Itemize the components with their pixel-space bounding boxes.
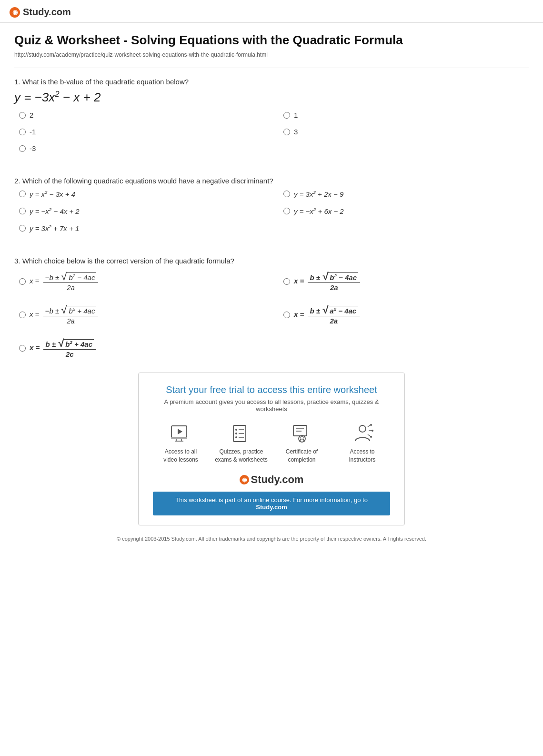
page-title: Quiz & Worksheet - Solving Equations wit…: [14, 32, 529, 49]
q1-option-2[interactable]: 1: [283, 111, 529, 119]
copyright-text: © copyright 2003-2015 Study.com. All oth…: [117, 536, 426, 542]
q2-question: Which of the following quadratic equatio…: [22, 177, 273, 185]
svg-point-7: [235, 429, 237, 431]
radio-q2-1[interactable]: [19, 191, 26, 197]
q2-text: 2. Which of the following quadratic equa…: [14, 177, 529, 185]
svg-point-11: [235, 436, 237, 438]
svg-point-26: [370, 436, 372, 438]
trial-subtitle: A premium account gives you access to al…: [153, 398, 390, 413]
q2-options: y = x2 − 3x + 4 y = 3x2 + 2x − 9 y = −x2…: [14, 190, 529, 232]
feature-video: Access to allvideo lessons: [153, 423, 209, 464]
feature-instructors-label: Access toinstructors: [349, 448, 375, 464]
q1-option-5[interactable]: -3: [19, 144, 264, 152]
svg-point-24: [372, 430, 373, 432]
feature-cert-label: Certificate ofcompletion: [286, 448, 318, 464]
svg-marker-5: [178, 429, 182, 434]
q3-option-4[interactable]: x = b ± √a2 − 4ac 2a: [283, 305, 529, 325]
divider-2: [14, 167, 529, 167]
q1-option-4[interactable]: 3: [283, 128, 529, 136]
q2-option-2[interactable]: y = 3x2 + 2x − 9: [283, 190, 529, 198]
q1-text: 1. What is the b-value of the quadratic …: [14, 78, 529, 86]
footer: © copyright 2003-2015 Study.com. All oth…: [14, 535, 529, 544]
q1-number: 1.: [14, 78, 22, 86]
banner-text: This worksheet is part of an online cour…: [175, 496, 368, 504]
q2-option-4[interactable]: y = −x2 + 6x − 2: [283, 207, 529, 215]
radio-q1-4[interactable]: [283, 129, 290, 135]
cert-icon: [289, 423, 315, 444]
q2-number: 2.: [14, 177, 22, 185]
radio-q2-2[interactable]: [283, 191, 290, 197]
q1-option-3[interactable]: -1: [19, 128, 264, 136]
trial-box: Start your free trial to access this ent…: [138, 373, 405, 525]
feature-instructors: Access toinstructors: [334, 423, 390, 464]
fraction-1: −b ± √b2 − 4ac 2a: [43, 272, 99, 292]
svg-line-25: [368, 434, 371, 436]
q2-option-3[interactable]: y = −x2 − 4x + 2: [19, 207, 264, 215]
info-banner: This worksheet is part of an online cour…: [153, 492, 390, 515]
page-url: http://study.com/academy/practice/quiz-w…: [14, 51, 529, 58]
q1-option-1[interactable]: 2: [19, 111, 264, 119]
list-icon: [229, 423, 254, 444]
fraction-4: b ± √a2 − 4ac 2a: [308, 305, 360, 325]
svg-rect-13: [293, 425, 307, 436]
q3-option-5[interactable]: x = b ± √b2 + 4ac 2c: [19, 338, 264, 358]
q3-option-3[interactable]: x = −b ± √b2 + 4ac 2a: [19, 305, 264, 325]
q1-equation: y = −3x2 − x + 2: [14, 90, 529, 105]
q3-option-1[interactable]: x = −b ± √b2 − 4ac 2a: [19, 272, 264, 292]
trial-title: Start your free trial to access this ent…: [153, 384, 390, 395]
logo: ◉ Study.com: [10, 7, 533, 18]
logo-text: Study.com: [23, 7, 71, 18]
banner-link[interactable]: Study.com: [256, 504, 287, 511]
logo-icon: ◉: [10, 7, 20, 18]
q1-question: What is the b-value of the quadratic equ…: [22, 78, 189, 86]
video-icon: [168, 423, 194, 444]
question-1: 1. What is the b-value of the quadratic …: [14, 78, 529, 153]
radio-q3-5[interactable]: [19, 345, 26, 352]
brand-section: ◉ Study.com: [153, 474, 390, 486]
question-3: 3. Which choice below is the correct ver…: [14, 257, 529, 358]
feature-quizzes: Quizzes, practiceexams & worksheets: [213, 423, 269, 464]
q3-question: Which choice below is the correct versio…: [22, 257, 234, 265]
instructor-icon: [350, 423, 375, 444]
q2-option-1[interactable]: y = x2 − 3x + 4: [19, 190, 264, 198]
svg-marker-17: [301, 436, 303, 439]
feature-cert: Certificate ofcompletion: [274, 423, 330, 464]
radio-q2-5[interactable]: [19, 225, 26, 232]
svg-point-22: [370, 424, 372, 426]
radio-q2-3[interactable]: [19, 208, 26, 214]
svg-point-20: [359, 425, 366, 432]
brand-text: ◉ Study.com: [153, 474, 390, 486]
radio-q1-2[interactable]: [283, 112, 290, 119]
radio-q1-1[interactable]: [19, 112, 26, 119]
divider-1: [14, 68, 529, 68]
header: ◉ Study.com: [0, 0, 543, 23]
svg-rect-1: [171, 437, 187, 439]
question-2: 2. Which of the following quadratic equa…: [14, 177, 529, 232]
radio-q3-1[interactable]: [19, 278, 26, 285]
fraction-2: b ± √b2 − 4ac 2a: [308, 272, 360, 292]
divider-3: [14, 247, 529, 247]
q1-options: 2 1 -1 3 -3: [14, 111, 529, 152]
radio-q3-2[interactable]: [283, 278, 290, 285]
main-content: Quiz & Worksheet - Solving Equations wit…: [0, 23, 543, 553]
feature-video-label: Access to allvideo lessons: [163, 448, 198, 464]
radio-q1-3[interactable]: [19, 129, 26, 135]
q3-number: 3.: [14, 257, 22, 265]
brand-name: Study.com: [251, 474, 304, 486]
features-grid: Access to allvideo lessons Quizzes, pra: [153, 423, 390, 464]
brand-icon: ◉: [240, 475, 249, 484]
fraction-3: −b ± √b2 + 4ac 2a: [43, 305, 99, 325]
radio-q3-3[interactable]: [19, 312, 26, 318]
svg-point-9: [235, 433, 237, 434]
radio-q3-4[interactable]: [283, 312, 290, 318]
q3-options: x = −b ± √b2 − 4ac 2a x = b ±: [14, 272, 529, 358]
q3-option-2[interactable]: x = b ± √b2 − 4ac 2a: [283, 272, 529, 292]
radio-q1-5[interactable]: [19, 145, 26, 152]
q2-option-5[interactable]: y = 3x2 + 7x + 1: [19, 224, 264, 232]
radio-q2-4[interactable]: [283, 208, 290, 214]
fraction-5: b ± √b2 + 4ac 2c: [43, 338, 96, 358]
feature-quizzes-label: Quizzes, practiceexams & worksheets: [215, 448, 268, 464]
q3-text: 3. Which choice below is the correct ver…: [14, 257, 529, 265]
